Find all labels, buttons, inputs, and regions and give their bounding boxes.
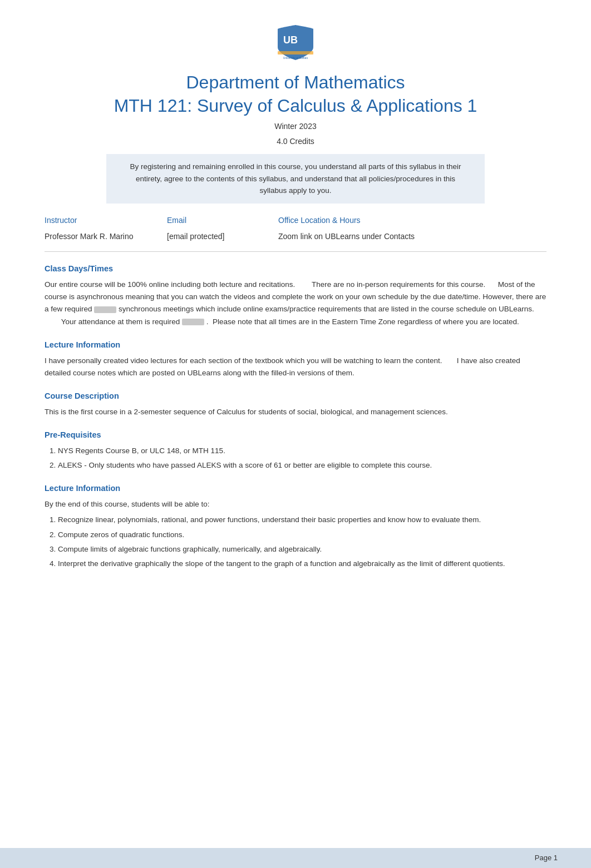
ub-logo: UB University at Buffalo [268, 22, 323, 61]
instructor-table: Instructor Email Office Location & Hours… [45, 215, 546, 245]
lecture-info-1-heading: Lecture Information [45, 339, 546, 351]
prerequisites-heading: Pre-Requisites [45, 429, 546, 442]
lecture-info-1-body: I have personally created video lectures… [45, 355, 546, 380]
instructor-office: Zoom link on UBLearns under Contacts [278, 229, 546, 245]
outcome-item-2: Compute zeros of quadratic functions. [58, 529, 546, 541]
section-course-description: Course Description This is the first cou… [45, 390, 546, 418]
svg-text:University at Buffalo: University at Buffalo [283, 56, 308, 59]
term: Winter 2023 [45, 121, 546, 132]
class-days-body: Our entire course will be 100% online in… [45, 279, 546, 328]
disclaimer: By registering and remaining enrolled in… [106, 154, 485, 204]
prereq-item-1: NYS Regents Course B, or ULC 148, or MTH… [58, 445, 546, 457]
section-class-days: Class Days/Times Our entire course will … [45, 263, 546, 328]
lecture-info-2-intro: By the end of this course, students will… [45, 498, 546, 510]
footer: Page 1 [0, 848, 591, 868]
section-lecture-info-2: Lecture Information By the end of this c… [45, 483, 546, 570]
section-lecture-info-1: Lecture Information I have personally cr… [45, 339, 546, 379]
dept-title: Department of Mathematics [45, 71, 546, 95]
lecture-info-2-heading: Lecture Information [45, 483, 546, 495]
outcome-item-1: Recognize linear, polynomials, rational,… [58, 514, 546, 526]
course-title: MTH 121: Survey of Calculus & Applicatio… [45, 95, 546, 118]
page-number: Page 1 [535, 852, 558, 864]
svg-rect-1 [278, 51, 313, 54]
course-description-heading: Course Description [45, 390, 546, 403]
credits: 4.0 Credits [45, 136, 546, 147]
outcome-item-4: Interpret the derivative graphically the… [58, 558, 546, 570]
divider-1 [45, 251, 546, 252]
outcome-item-3: Compute limits of algebraic functions gr… [58, 543, 546, 555]
header: UB University at Buffalo Department of M… [45, 22, 546, 204]
prereq-item-2: ALEKS - Only students who have passed AL… [58, 459, 546, 472]
instructor-name: Professor Mark R. Marino [45, 229, 167, 245]
redacted-1 [94, 306, 116, 313]
svg-text:UB: UB [283, 34, 298, 46]
page: UB University at Buffalo Department of M… [0, 0, 591, 868]
section-prerequisites: Pre-Requisites NYS Regents Course B, or … [45, 429, 546, 472]
th-instructor: Instructor [45, 215, 167, 229]
outcomes-list: Recognize linear, polynomials, rational,… [58, 514, 546, 570]
course-description-body: This is the first course in a 2-semester… [45, 406, 546, 418]
class-days-heading: Class Days/Times [45, 263, 546, 275]
th-email: Email [167, 215, 278, 229]
prerequisites-list: NYS Regents Course B, or ULC 148, or MTH… [58, 445, 546, 472]
instructor-row: Professor Mark R. Marino [email protecte… [45, 229, 546, 245]
logo-area: UB University at Buffalo [45, 22, 546, 65]
redacted-2 [182, 319, 204, 325]
instructor-email: [email protected] [167, 229, 278, 245]
th-office: Office Location & Hours [278, 215, 546, 229]
